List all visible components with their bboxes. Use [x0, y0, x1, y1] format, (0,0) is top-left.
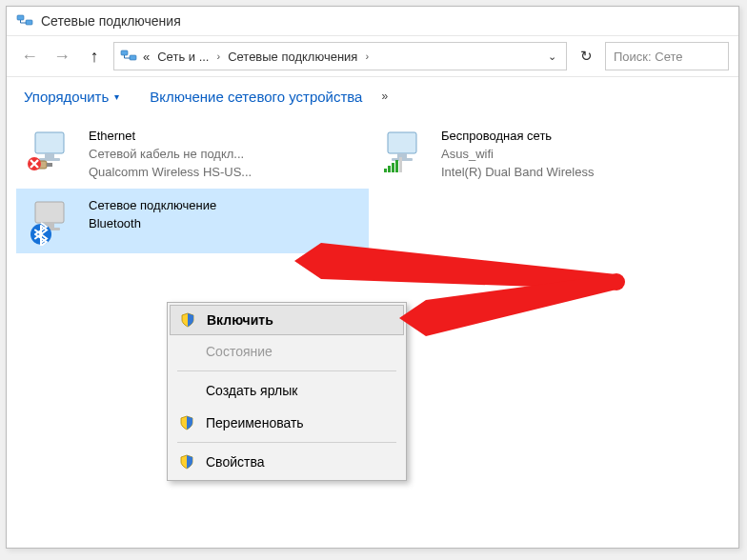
content-area: Ethernet Сетевой кабель не подкл... Qual…	[7, 115, 738, 257]
ethernet-disconnected-icon	[28, 127, 77, 176]
address-dropdown[interactable]: ⌄	[544, 50, 560, 63]
organize-button[interactable]: Упорядочить	[24, 89, 109, 105]
menu-label: Включить	[207, 312, 273, 328]
menu-rename[interactable]: Переименовать	[170, 407, 404, 439]
item-name-line1: Сетевое подключение	[89, 196, 216, 214]
svg-rect-19	[35, 202, 64, 223]
bluetooth-disabled-icon	[28, 196, 77, 246]
network-item-ethernet[interactable]: Ethernet Сетевой кабель не подкл... Qual…	[16, 119, 369, 189]
network-connections-icon	[16, 12, 33, 30]
search-placeholder: Поиск: Сете	[614, 50, 682, 64]
up-button[interactable]: ↑	[81, 43, 108, 70]
svg-rect-14	[384, 169, 387, 172]
breadcrumb-ellipsis[interactable]: «	[141, 48, 151, 66]
shield-icon	[178, 312, 197, 328]
item-info: Беспроводная сеть Asus_wifi Intel(R) Dua…	[441, 127, 594, 181]
chevron-down-icon[interactable]: ▾	[114, 91, 119, 102]
breadcrumb-current[interactable]: Сетевые подключения	[226, 48, 359, 66]
menu-label: Свойства	[206, 454, 264, 470]
enable-device-button[interactable]: Включение сетевого устройства	[150, 89, 362, 105]
window-title: Сетевые подключения	[41, 13, 181, 29]
refresh-button[interactable]: ↻	[573, 48, 599, 65]
svg-rect-3	[130, 55, 136, 60]
menu-separator	[177, 370, 396, 371]
svg-rect-1	[26, 20, 32, 25]
svg-point-23	[608, 273, 625, 290]
svg-rect-17	[395, 160, 398, 172]
item-info: Ethernet Сетевой кабель не подкл... Qual…	[89, 127, 252, 181]
overflow-button[interactable]: »	[381, 90, 388, 103]
breadcrumb-parent[interactable]: Сеть и ...	[155, 48, 211, 66]
forward-button: →	[49, 43, 75, 70]
shield-icon	[177, 454, 196, 470]
svg-rect-2	[121, 50, 128, 55]
svg-rect-15	[388, 166, 391, 172]
svg-rect-0	[17, 15, 24, 20]
svg-rect-4	[35, 132, 64, 153]
chevron-right-icon: ›	[365, 50, 369, 62]
network-connections-icon	[120, 48, 137, 65]
item-device: Qualcomm Wireless HS-US...	[89, 163, 252, 181]
shield-icon	[177, 415, 196, 430]
menu-label: Состояние	[206, 344, 273, 359]
command-bar: Упорядочить ▾ Включение сетевого устройс…	[7, 77, 738, 115]
explorer-window: Сетевые подключения ← → ↑ « Сеть и ... ›…	[6, 6, 739, 549]
svg-rect-16	[392, 163, 394, 172]
item-status: Asus_wifi	[441, 145, 594, 163]
menu-label: Создать ярлык	[206, 383, 297, 398]
chevron-right-icon: ›	[216, 50, 220, 62]
breadcrumb[interactable]: « Сеть и ... › Сетевые подключения › ⌄	[113, 42, 567, 70]
svg-rect-11	[388, 132, 416, 153]
item-status: Сетевой кабель не подкл...	[89, 145, 252, 163]
svg-rect-18	[399, 157, 402, 172]
context-menu: Включить Состояние Создать ярлык Переиме…	[167, 302, 407, 481]
menu-enable[interactable]: Включить	[170, 305, 404, 335]
menu-properties[interactable]: Свойства	[170, 446, 404, 478]
back-button[interactable]: ←	[16, 43, 43, 70]
network-item-bluetooth[interactable]: Сетевое подключение Bluetooth	[16, 189, 369, 253]
item-device: Intel(R) Dual Band Wireless	[441, 163, 594, 181]
svg-rect-9	[47, 163, 52, 167]
item-info: Сетевое подключение Bluetooth	[89, 196, 216, 246]
item-name: Ethernet	[89, 127, 252, 145]
item-name-line2: Bluetooth	[89, 214, 216, 232]
menu-create-shortcut[interactable]: Создать ярлык	[170, 374, 404, 407]
network-item-wifi[interactable]: Беспроводная сеть Asus_wifi Intel(R) Dua…	[369, 119, 721, 189]
menu-status: Состояние	[170, 335, 404, 368]
menu-label: Переименовать	[206, 415, 304, 430]
item-name: Беспроводная сеть	[441, 127, 594, 145]
svg-rect-6	[45, 153, 54, 158]
wifi-icon	[380, 127, 430, 176]
address-bar: ← → ↑ « Сеть и ... › Сетевые подключения…	[7, 35, 738, 77]
search-input[interactable]: Поиск: Сете	[605, 42, 729, 70]
menu-separator	[177, 442, 396, 443]
svg-marker-26	[426, 274, 616, 336]
titlebar: Сетевые подключения	[7, 7, 738, 35]
